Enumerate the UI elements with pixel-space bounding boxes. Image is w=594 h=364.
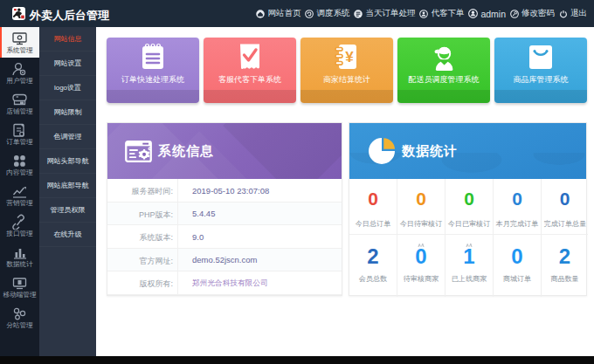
svg-text:¥: ¥: [345, 49, 354, 65]
